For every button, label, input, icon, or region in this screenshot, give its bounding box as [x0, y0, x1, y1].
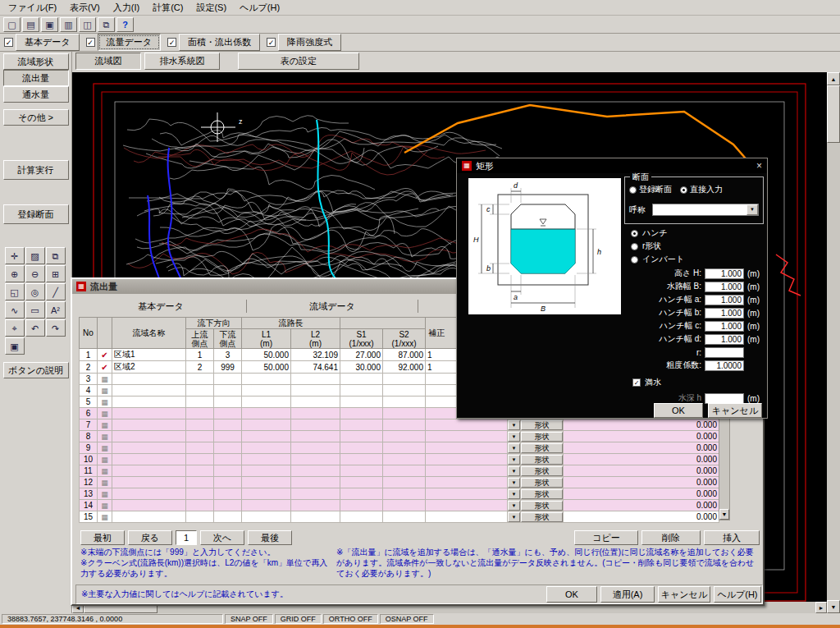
- cancel-button[interactable]: キャンセル: [708, 403, 762, 418]
- view-tab[interactable]: 表の設定: [238, 53, 359, 70]
- s1-cell[interactable]: [340, 419, 383, 431]
- basin-name-cell[interactable]: [112, 431, 186, 442]
- shape-button-cell[interactable]: 形状: [521, 465, 564, 477]
- scrollbar-thumb[interactable]: [827, 85, 840, 143]
- s1-cell[interactable]: 27.000: [340, 349, 383, 361]
- upstream-point-cell[interactable]: [186, 511, 214, 523]
- chevron-down-icon[interactable]: ▼: [508, 501, 520, 511]
- line-icon[interactable]: ╱: [46, 283, 66, 300]
- shape-button-cell[interactable]: 形状: [521, 511, 564, 523]
- checkbox-icon[interactable]: ✓: [267, 38, 276, 47]
- view-tab[interactable]: 排水系統図: [144, 53, 220, 70]
- correction-cell[interactable]: [426, 431, 508, 442]
- zoom-dynamic-icon[interactable]: ◎: [25, 283, 45, 300]
- basin-name-cell[interactable]: [112, 419, 186, 431]
- downstream-point-cell[interactable]: 999: [214, 361, 242, 374]
- downstream-point-cell[interactable]: [214, 431, 242, 442]
- basin-name-cell[interactable]: [112, 397, 186, 408]
- basin-name-cell[interactable]: 区域2: [112, 361, 186, 374]
- fill-icon[interactable]: ▨: [25, 247, 45, 264]
- correction-cell[interactable]: [426, 465, 508, 477]
- redo-icon[interactable]: ↷: [46, 319, 66, 337]
- downstream-point-cell[interactable]: [214, 419, 242, 431]
- row-select-cell[interactable]: ▦: [98, 511, 112, 523]
- filter-label[interactable]: 降雨強度式: [278, 34, 341, 51]
- chevron-down-icon[interactable]: ▼: [746, 204, 758, 215]
- upstream-point-cell[interactable]: 2: [186, 361, 214, 374]
- zoom-in-icon[interactable]: ⊕: [5, 265, 25, 282]
- last-page-button[interactable]: 最後: [248, 530, 292, 545]
- sidebar-item[interactable]: 流出量: [3, 70, 69, 86]
- upstream-point-cell[interactable]: [186, 465, 214, 477]
- l2-cell[interactable]: 32.109: [291, 349, 340, 361]
- ok-button[interactable]: OK: [654, 403, 703, 418]
- shape-combo-cell[interactable]: ▼: [508, 511, 521, 523]
- upstream-point-cell[interactable]: [186, 500, 214, 511]
- row-select-cell[interactable]: ▦: [98, 408, 112, 419]
- s2-cell[interactable]: [383, 500, 426, 511]
- shape-value-cell[interactable]: 0.000: [564, 419, 719, 431]
- checkbox-icon[interactable]: ✓: [4, 38, 13, 47]
- shape-combo-cell[interactable]: ▼: [508, 454, 521, 465]
- row-select-cell[interactable]: ▦: [98, 385, 112, 397]
- l2-cell[interactable]: [291, 511, 340, 523]
- shape-value-cell[interactable]: 0.000: [564, 454, 719, 465]
- shape-value-cell[interactable]: 0.000: [564, 500, 719, 511]
- s2-cell[interactable]: [383, 488, 426, 500]
- upstream-point-cell[interactable]: [186, 419, 214, 431]
- l1-cell[interactable]: [242, 511, 291, 523]
- upstream-point-cell[interactable]: [186, 431, 214, 442]
- menu-item[interactable]: ヘルプ(H): [233, 0, 286, 16]
- upstream-point-cell[interactable]: [186, 374, 214, 385]
- view-tab[interactable]: 流域図: [75, 53, 141, 70]
- basin-name-cell[interactable]: [112, 442, 186, 454]
- shape-type-radio[interactable]: r形状: [631, 241, 661, 252]
- polyline-icon[interactable]: ∿: [5, 301, 25, 319]
- shape-combo-cell[interactable]: ▼: [508, 477, 521, 488]
- help-icon[interactable]: ?: [116, 17, 134, 32]
- correction-cell[interactable]: [426, 477, 508, 488]
- l2-cell[interactable]: [291, 431, 340, 442]
- l1-cell[interactable]: 50.000: [242, 349, 291, 361]
- filter-label[interactable]: 流量データ: [98, 34, 162, 51]
- basin-name-cell[interactable]: [112, 374, 186, 385]
- l1-cell[interactable]: [242, 465, 291, 477]
- s1-cell[interactable]: 30.000: [340, 361, 383, 374]
- row-select-cell[interactable]: ▦: [98, 431, 112, 442]
- downstream-point-cell[interactable]: [214, 465, 242, 477]
- help-button[interactable]: ヘルプ(H): [714, 586, 761, 603]
- l1-cell[interactable]: [242, 477, 291, 488]
- upstream-point-cell[interactable]: 1: [186, 349, 214, 361]
- shape-value-cell[interactable]: 0.000: [564, 488, 719, 500]
- dimension-input[interactable]: [705, 282, 744, 292]
- l1-cell[interactable]: [242, 488, 291, 500]
- canvas-vertical-scrollbar[interactable]: ▲ ▼: [827, 72, 840, 613]
- shape-button[interactable]: 形状: [521, 432, 563, 442]
- basin-name-cell[interactable]: [112, 465, 186, 477]
- copy-button[interactable]: コピー: [574, 530, 638, 545]
- s2-cell[interactable]: [383, 374, 426, 385]
- row-select-cell[interactable]: ▦: [98, 419, 112, 431]
- basin-name-cell[interactable]: [112, 477, 186, 488]
- shape-value-cell[interactable]: 0.000: [564, 431, 719, 442]
- shape-combo-cell[interactable]: ▼: [508, 488, 521, 500]
- zoom-window-icon[interactable]: ⊞: [46, 265, 66, 282]
- l2-cell[interactable]: [291, 442, 340, 454]
- shape-value-cell[interactable]: 0.000: [564, 465, 719, 477]
- shape-button-cell[interactable]: 形状: [521, 488, 564, 500]
- l1-cell[interactable]: [242, 442, 291, 454]
- s1-cell[interactable]: [340, 477, 383, 488]
- section-mode-radio[interactable]: 直接入力: [680, 184, 723, 195]
- chevron-down-icon[interactable]: ▼: [508, 420, 520, 430]
- delete-button[interactable]: 削除: [641, 530, 701, 545]
- shape-value-cell[interactable]: 0.000: [564, 477, 719, 488]
- scroll-down-icon[interactable]: ▼: [827, 600, 840, 613]
- s1-cell[interactable]: [340, 500, 383, 511]
- ok-button[interactable]: OK: [546, 586, 597, 603]
- chevron-down-icon[interactable]: ▼: [508, 478, 520, 488]
- shape-type-radio[interactable]: ハンチ: [631, 227, 668, 239]
- shape-button[interactable]: 形状: [521, 443, 563, 453]
- row-select-cell[interactable]: ✔: [98, 349, 112, 361]
- shape-combo-cell[interactable]: ▼: [508, 465, 521, 477]
- downstream-point-cell[interactable]: [214, 488, 242, 500]
